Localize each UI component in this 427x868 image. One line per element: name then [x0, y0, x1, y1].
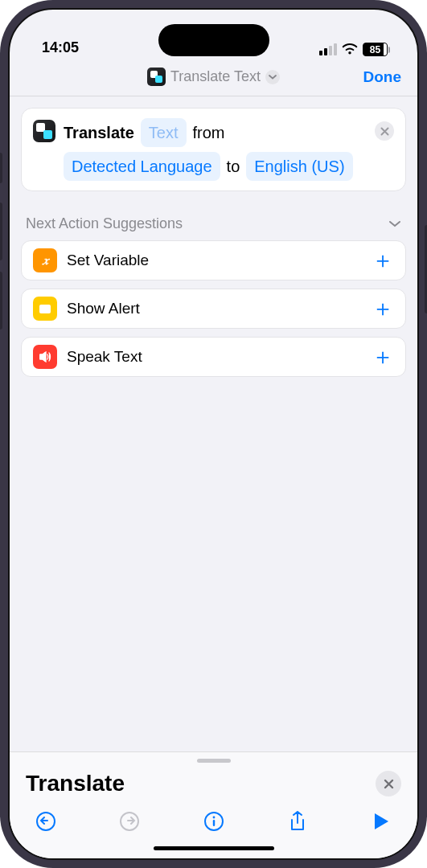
suggestions-header-label: Next Action Suggestions [26, 215, 183, 232]
suggestion-label: Set Variable [67, 252, 362, 269]
status-time: 14:05 [42, 39, 79, 56]
share-button[interactable] [285, 809, 310, 833]
info-button[interactable] [202, 809, 226, 833]
suggestion-label: Speak Text [67, 348, 362, 366]
suggestion-speak-text[interactable]: Speak Text ＋ [21, 337, 406, 377]
sheet-grabber[interactable] [197, 759, 231, 763]
wifi-icon [342, 43, 358, 55]
translate-action-icon [33, 120, 55, 142]
shortcut-title-button[interactable]: Translate Text [147, 68, 280, 86]
svg-point-4 [212, 817, 215, 819]
delete-action-button[interactable] [375, 121, 394, 141]
svg-rect-5 [212, 820, 214, 826]
alert-icon [33, 297, 57, 321]
chevron-down-icon [265, 70, 280, 84]
action-to-label: to [227, 153, 240, 180]
suggestion-set-variable[interactable]: 𝑥 Set Variable ＋ [21, 240, 406, 280]
chevron-down-icon [388, 220, 401, 228]
close-sheet-button[interactable] [376, 771, 401, 796]
battery-percent: 85 [370, 44, 380, 55]
run-button[interactable] [369, 809, 393, 833]
action-from-label: from [193, 119, 225, 146]
suggestion-label: Show Alert [67, 300, 362, 317]
translate-app-icon [147, 68, 166, 86]
home-indicator [154, 846, 274, 850]
dynamic-island [158, 24, 269, 56]
battery-icon: 85 [363, 43, 390, 56]
suggestion-show-alert[interactable]: Show Alert ＋ [21, 289, 406, 329]
translate-action-card[interactable]: Translate Text from Detected Language to… [21, 108, 406, 191]
done-button[interactable]: Done [363, 58, 402, 96]
bottom-sheet: Translate [10, 751, 417, 858]
svg-rect-0 [39, 305, 51, 313]
action-verb: Translate [64, 119, 134, 146]
suggestions-header[interactable]: Next Action Suggestions [26, 215, 401, 232]
undo-button[interactable] [34, 809, 58, 833]
param-text[interactable]: Text [141, 118, 187, 147]
navigation-bar: Translate Text Done [10, 58, 417, 96]
variable-icon: 𝑥 [33, 248, 57, 272]
shortcut-title: Translate Text [170, 68, 261, 85]
cellular-icon [319, 43, 337, 55]
param-source-language[interactable]: Detected Language [64, 152, 220, 181]
editor-canvas[interactable]: Translate Text from Detected Language to… [10, 96, 417, 751]
speaker-icon [33, 345, 57, 369]
sheet-title: Translate [26, 771, 125, 796]
param-target-language[interactable]: English (US) [246, 152, 352, 181]
redo-button [117, 809, 142, 833]
toolbar [10, 805, 417, 840]
